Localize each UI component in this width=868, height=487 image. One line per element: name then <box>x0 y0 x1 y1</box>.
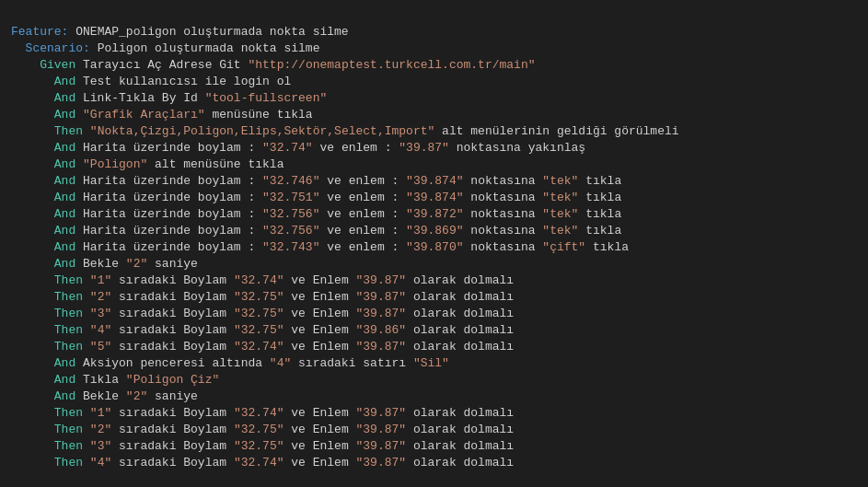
token-c-plain: ve enlem : <box>319 191 406 204</box>
token-c-string: "39.86" <box>356 323 407 337</box>
token-c-given: Given <box>40 58 75 72</box>
token-c-plain: tıkla <box>578 224 621 238</box>
token-c-and: And <box>54 191 75 204</box>
token-c-plain: olarak dolmalı <box>406 439 514 453</box>
code-line-14: And Bekle "2" saniye <box>11 256 857 272</box>
token-c-plain <box>83 290 90 304</box>
token-c-and: And <box>54 389 75 403</box>
token-c-plain: olarak dolmalı <box>406 456 514 470</box>
token-c-string: "39.87" <box>356 456 407 470</box>
token-c-and: And <box>54 240 75 254</box>
token-c-plain: Tıkla <box>75 373 126 387</box>
token-c-and: And <box>54 141 75 155</box>
token-c-plain <box>83 124 90 138</box>
token-c-plain: sıradaki Boylam <box>111 307 234 320</box>
code-line-4: And Link-Tıkla By Id "tool-fullscreen" <box>11 90 857 107</box>
token-c-plain: saniye <box>147 257 198 271</box>
token-c-string: "5" <box>90 340 111 354</box>
token-c-then: Then <box>54 323 83 337</box>
token-c-string: "32.75" <box>234 307 284 320</box>
token-c-string: "Sil" <box>413 356 449 370</box>
token-c-string: "32.75" <box>234 439 284 453</box>
token-c-and: And <box>54 108 75 122</box>
token-c-string: "3" <box>90 439 111 453</box>
code-line-22: And Bekle "2" saniye <box>11 388 857 405</box>
token-c-plain <box>83 273 90 287</box>
code-line-12: And Harita üzerinde boylam : "32.756" ve… <box>11 223 857 239</box>
token-c-plain: sıradaki Boylam <box>111 456 234 470</box>
token-c-plain: Link-Tıkla By Id <box>75 91 204 105</box>
token-c-plain <box>75 108 83 122</box>
token-c-string: "39.872" <box>406 207 463 221</box>
token-c-plain: ve Enlem <box>284 307 355 320</box>
token-c-plain: ve Enlem <box>284 423 355 436</box>
token-c-plain: tıkla <box>578 191 621 204</box>
token-c-string: "tek" <box>542 191 578 204</box>
token-c-string: "tek" <box>542 224 578 238</box>
token-c-string: "32.74" <box>234 456 284 470</box>
token-c-string: "32.74" <box>234 340 284 354</box>
token-c-plain <box>83 323 90 337</box>
token-c-plain: olarak dolmalı <box>406 340 514 354</box>
token-c-plain: Harita üzerinde boylam : <box>75 224 262 238</box>
token-c-string: "Nokta,Çizgi,Poligon,Elips,Sektör,Select… <box>90 124 434 138</box>
token-c-then: Then <box>54 406 83 420</box>
token-c-plain: saniye <box>147 389 198 403</box>
token-c-plain: sıradaki Boylam <box>111 323 234 337</box>
code-line-3: And Test kullanıcısı ile login ol <box>11 74 857 90</box>
token-c-plain: Bekle <box>75 257 126 271</box>
token-c-string: "tek" <box>542 174 578 188</box>
token-c-plain: sıradaki Boylam <box>111 290 234 304</box>
token-c-string: "tek" <box>542 207 578 221</box>
token-c-plain: noktasına yakınlaş <box>449 141 585 155</box>
token-c-plain <box>83 406 90 420</box>
code-line-23: Then "1" sıradaki Boylam "32.74" ve Enle… <box>11 405 857 422</box>
token-c-string: "32.74" <box>234 406 284 420</box>
token-c-scenario: Scenario: <box>26 41 90 55</box>
token-c-plain: olarak dolmalı <box>406 307 514 320</box>
token-c-plain: ve enlem : <box>319 207 406 221</box>
token-c-plain: ve Enlem <box>284 290 355 304</box>
token-c-string: "32.75" <box>234 290 284 304</box>
token-c-plain: olarak dolmalı <box>406 273 514 287</box>
token-c-plain: sıradaki Boylam <box>111 406 234 420</box>
token-c-string: "Grafik Araçları" <box>83 108 205 122</box>
token-c-string: "1" <box>90 406 111 420</box>
code-line-0: Feature: ONEMAP_poligon oluşturmada nokt… <box>11 24 857 41</box>
code-line-13: And Harita üzerinde boylam : "32.743" ve… <box>11 239 857 256</box>
token-c-plain <box>83 439 90 453</box>
token-c-plain: ve enlem : <box>319 224 406 238</box>
token-c-string: "çift" <box>542 240 585 254</box>
token-c-plain: ONEMAP_poligon oluşturmada nokta silme <box>68 25 348 39</box>
token-c-and: And <box>54 207 75 221</box>
code-line-5: And "Grafik Araçları" menüsüne tıkla <box>11 107 857 123</box>
code-line-16: Then "2" sıradaki Boylam "32.75" ve Enle… <box>11 289 857 306</box>
token-c-plain: Test kullanıcısı ile login ol <box>75 75 291 88</box>
token-c-plain: noktasına <box>464 174 543 188</box>
token-c-plain: noktasına <box>464 207 543 221</box>
token-c-plain: noktasına <box>464 224 543 238</box>
token-c-and: And <box>54 157 75 171</box>
token-c-plain: ve enlem : <box>319 174 406 188</box>
token-c-then: Then <box>54 124 83 138</box>
token-c-string: "1" <box>90 273 111 287</box>
code-line-26: Then "4" sıradaki Boylam "32.74" ve Enle… <box>11 455 857 471</box>
token-c-plain <box>83 456 90 470</box>
token-c-string: "2" <box>90 423 111 436</box>
token-c-plain: noktasına <box>464 240 543 254</box>
token-c-string: "39.87" <box>356 406 407 420</box>
token-c-string: "39.87" <box>356 439 407 453</box>
token-c-string: "http://onemaptest.turkcell.com.tr/main" <box>248 58 535 72</box>
token-c-plain: olarak dolmalı <box>406 406 514 420</box>
code-line-2: Given Tarayıcı Aç Adrese Git "http://one… <box>11 57 857 74</box>
token-c-string: "39.87" <box>356 423 407 436</box>
token-c-plain: tıkla <box>578 207 621 221</box>
token-c-and: And <box>54 356 75 370</box>
token-c-plain: Aksiyon penceresi altında <box>75 356 270 370</box>
token-c-plain: ve Enlem <box>284 406 355 420</box>
token-c-plain: Harita üzerinde boylam : <box>75 240 262 254</box>
token-c-string: "39.87" <box>356 307 407 320</box>
token-c-plain <box>83 307 90 320</box>
token-c-then: Then <box>54 340 83 354</box>
code-line-20: And Aksiyon penceresi altında "4" sırada… <box>11 355 857 372</box>
